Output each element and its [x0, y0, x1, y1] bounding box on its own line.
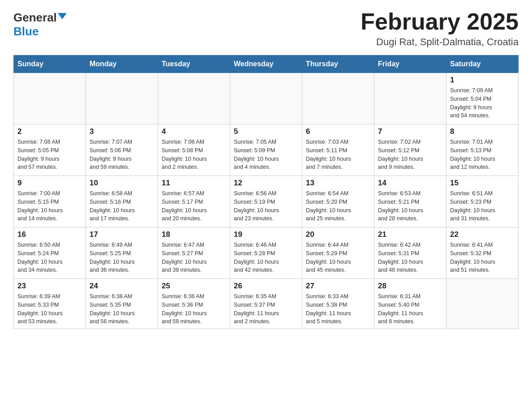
- calendar-cell: 28Sunrise: 6:31 AMSunset: 5:40 PMDayligh…: [374, 279, 446, 329]
- day-number: 11: [162, 179, 226, 188]
- calendar-week-3: 16Sunrise: 6:50 AMSunset: 5:24 PMDayligh…: [14, 227, 519, 279]
- calendar-cell: [446, 279, 519, 329]
- day-info: Sunrise: 6:36 AMSunset: 5:36 PMDaylight:…: [162, 292, 226, 326]
- calendar-cell: 15Sunrise: 6:51 AMSunset: 5:23 PMDayligh…: [446, 176, 519, 227]
- calendar-cell: 18Sunrise: 6:47 AMSunset: 5:27 PMDayligh…: [158, 227, 230, 279]
- day-number: 26: [234, 282, 298, 291]
- calendar-cell: 17Sunrise: 6:49 AMSunset: 5:25 PMDayligh…: [86, 227, 158, 279]
- calendar-cell: 6Sunrise: 7:03 AMSunset: 5:11 PMDaylight…: [302, 124, 374, 176]
- day-info: Sunrise: 6:58 AMSunset: 5:16 PMDaylight:…: [90, 189, 154, 223]
- day-number: 20: [306, 230, 370, 239]
- calendar-week-4: 23Sunrise: 6:39 AMSunset: 5:33 PMDayligh…: [14, 279, 519, 329]
- day-info: Sunrise: 6:53 AMSunset: 5:21 PMDaylight:…: [378, 189, 442, 223]
- calendar-cell: 16Sunrise: 6:50 AMSunset: 5:24 PMDayligh…: [14, 227, 86, 279]
- day-number: 4: [162, 127, 226, 136]
- day-number: 16: [17, 230, 82, 239]
- weekday-header-thursday: Thursday: [302, 56, 374, 73]
- weekday-header-saturday: Saturday: [446, 56, 519, 73]
- logo-blue: Blue: [13, 25, 39, 38]
- day-number: 13: [306, 179, 370, 188]
- month-title: February 2025: [360, 9, 519, 34]
- day-info: Sunrise: 7:07 AMSunset: 5:06 PMDaylight:…: [90, 138, 154, 171]
- day-info: Sunrise: 7:09 AMSunset: 5:04 PMDaylight:…: [450, 86, 515, 120]
- calendar-cell: [158, 73, 230, 124]
- day-info: Sunrise: 6:31 AMSunset: 5:40 PMDaylight:…: [378, 292, 442, 326]
- day-info: Sunrise: 6:33 AMSunset: 5:38 PMDaylight:…: [306, 292, 370, 326]
- calendar-cell: 5Sunrise: 7:05 AMSunset: 5:09 PMDaylight…: [230, 124, 302, 176]
- calendar-cell: [86, 73, 158, 124]
- calendar-cell: 7Sunrise: 7:02 AMSunset: 5:12 PMDaylight…: [374, 124, 446, 176]
- calendar-cell: 20Sunrise: 6:44 AMSunset: 5:29 PMDayligh…: [302, 227, 374, 279]
- day-number: 8: [450, 127, 515, 136]
- logo-arrow-icon: [58, 13, 67, 19]
- day-number: 23: [17, 282, 82, 291]
- day-info: Sunrise: 6:57 AMSunset: 5:17 PMDaylight:…: [162, 189, 226, 223]
- day-number: 25: [162, 282, 226, 291]
- calendar-cell: 12Sunrise: 6:56 AMSunset: 5:19 PMDayligh…: [230, 176, 302, 227]
- calendar-cell: 13Sunrise: 6:54 AMSunset: 5:20 PMDayligh…: [302, 176, 374, 227]
- day-info: Sunrise: 6:46 AMSunset: 5:28 PMDaylight:…: [234, 241, 298, 274]
- day-info: Sunrise: 6:41 AMSunset: 5:32 PMDaylight:…: [450, 241, 515, 274]
- weekday-header-friday: Friday: [374, 56, 446, 73]
- logo: General Blue: [13, 9, 67, 39]
- day-info: Sunrise: 7:03 AMSunset: 5:11 PMDaylight:…: [306, 138, 370, 171]
- day-number: 21: [378, 230, 442, 239]
- calendar-cell: 3Sunrise: 7:07 AMSunset: 5:06 PMDaylight…: [86, 124, 158, 176]
- calendar-cell: 9Sunrise: 7:00 AMSunset: 5:15 PMDaylight…: [14, 176, 86, 227]
- calendar-cell: [302, 73, 374, 124]
- weekday-header-sunday: Sunday: [14, 56, 86, 73]
- calendar-cell: 26Sunrise: 6:35 AMSunset: 5:37 PMDayligh…: [230, 279, 302, 329]
- day-info: Sunrise: 6:56 AMSunset: 5:19 PMDaylight:…: [234, 189, 298, 223]
- calendar-cell: 24Sunrise: 6:38 AMSunset: 5:35 PMDayligh…: [86, 279, 158, 329]
- day-number: 17: [90, 230, 154, 239]
- weekday-header-monday: Monday: [86, 56, 158, 73]
- day-number: 3: [90, 127, 154, 136]
- calendar-cell: 23Sunrise: 6:39 AMSunset: 5:33 PMDayligh…: [14, 279, 86, 329]
- calendar-cell: 10Sunrise: 6:58 AMSunset: 5:16 PMDayligh…: [86, 176, 158, 227]
- calendar-cell: 25Sunrise: 6:36 AMSunset: 5:36 PMDayligh…: [158, 279, 230, 329]
- calendar-cell: [14, 73, 86, 124]
- calendar-cell: 11Sunrise: 6:57 AMSunset: 5:17 PMDayligh…: [158, 176, 230, 227]
- day-info: Sunrise: 6:39 AMSunset: 5:33 PMDaylight:…: [17, 292, 82, 326]
- day-number: 19: [234, 230, 298, 239]
- logo-general: General: [13, 11, 57, 25]
- calendar-cell: 1Sunrise: 7:09 AMSunset: 5:04 PMDaylight…: [446, 73, 519, 124]
- day-info: Sunrise: 7:01 AMSunset: 5:13 PMDaylight:…: [450, 138, 515, 171]
- calendar-cell: 27Sunrise: 6:33 AMSunset: 5:38 PMDayligh…: [302, 279, 374, 329]
- weekday-header-wednesday: Wednesday: [230, 56, 302, 73]
- day-number: 7: [378, 127, 442, 136]
- calendar-cell: 2Sunrise: 7:08 AMSunset: 5:05 PMDaylight…: [14, 124, 86, 176]
- page-header: General Blue February 2025 Dugi Rat, Spl…: [13, 9, 519, 48]
- day-info: Sunrise: 7:05 AMSunset: 5:09 PMDaylight:…: [234, 138, 298, 171]
- calendar-week-1: 2Sunrise: 7:08 AMSunset: 5:05 PMDaylight…: [14, 124, 519, 176]
- day-info: Sunrise: 7:06 AMSunset: 5:08 PMDaylight:…: [162, 138, 226, 171]
- day-number: 1: [450, 76, 515, 85]
- day-info: Sunrise: 6:47 AMSunset: 5:27 PMDaylight:…: [162, 241, 226, 274]
- title-area: February 2025 Dugi Rat, Split-Dalmatia, …: [360, 9, 519, 48]
- calendar-cell: 22Sunrise: 6:41 AMSunset: 5:32 PMDayligh…: [446, 227, 519, 279]
- calendar-cell: 8Sunrise: 7:01 AMSunset: 5:13 PMDaylight…: [446, 124, 519, 176]
- day-number: 5: [234, 127, 298, 136]
- day-info: Sunrise: 6:44 AMSunset: 5:29 PMDaylight:…: [306, 241, 370, 274]
- day-number: 14: [378, 179, 442, 188]
- day-number: 9: [17, 179, 82, 188]
- day-info: Sunrise: 6:50 AMSunset: 5:24 PMDaylight:…: [17, 241, 82, 274]
- day-info: Sunrise: 6:35 AMSunset: 5:37 PMDaylight:…: [234, 292, 298, 326]
- day-number: 12: [234, 179, 298, 188]
- calendar-table: SundayMondayTuesdayWednesdayThursdayFrid…: [13, 55, 519, 329]
- day-info: Sunrise: 7:02 AMSunset: 5:12 PMDaylight:…: [378, 138, 442, 171]
- calendar-cell: 4Sunrise: 7:06 AMSunset: 5:08 PMDaylight…: [158, 124, 230, 176]
- calendar-cell: 21Sunrise: 6:42 AMSunset: 5:31 PMDayligh…: [374, 227, 446, 279]
- calendar-cell: [374, 73, 446, 124]
- weekday-header-tuesday: Tuesday: [158, 56, 230, 73]
- day-info: Sunrise: 6:38 AMSunset: 5:35 PMDaylight:…: [90, 292, 154, 326]
- day-info: Sunrise: 6:49 AMSunset: 5:25 PMDaylight:…: [90, 241, 154, 274]
- day-number: 24: [90, 282, 154, 291]
- calendar-week-2: 9Sunrise: 7:00 AMSunset: 5:15 PMDaylight…: [14, 176, 519, 227]
- calendar-cell: [230, 73, 302, 124]
- day-info: Sunrise: 7:00 AMSunset: 5:15 PMDaylight:…: [17, 189, 82, 223]
- day-number: 28: [378, 282, 442, 291]
- day-number: 10: [90, 179, 154, 188]
- day-info: Sunrise: 6:51 AMSunset: 5:23 PMDaylight:…: [450, 189, 515, 223]
- day-number: 22: [450, 230, 515, 239]
